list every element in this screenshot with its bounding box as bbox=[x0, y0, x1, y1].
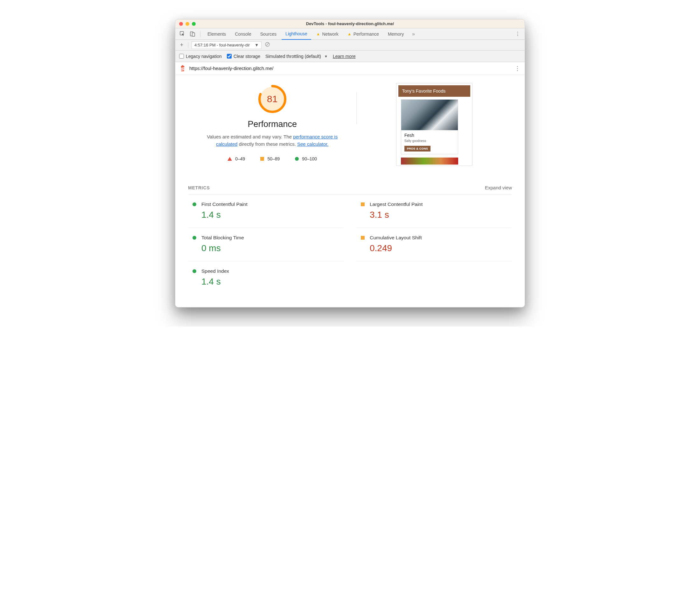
metrics-header: METRICS Expand view bbox=[188, 185, 512, 194]
calculator-link[interactable]: See calculator. bbox=[297, 141, 328, 147]
svg-line-4 bbox=[266, 43, 269, 46]
pass-icon bbox=[193, 236, 196, 240]
minimize-window-button[interactable] bbox=[186, 22, 189, 26]
legend-pass: 90–100 bbox=[295, 156, 317, 161]
report-url-row: https://foul-heavenly-direction.glitch.m… bbox=[175, 62, 525, 75]
legacy-nav-checkbox[interactable]: Legacy navigation bbox=[179, 54, 222, 59]
score-description: Values are estimated and may vary. The p… bbox=[202, 133, 342, 148]
metric-fcp[interactable]: First Contentful Paint 1.4 s bbox=[188, 194, 344, 228]
circle-icon bbox=[295, 157, 299, 161]
legend-average: 50–89 bbox=[260, 156, 280, 161]
metric-tbt[interactable]: Total Blocking Time 0 ms bbox=[188, 228, 344, 261]
clear-storage-checkbox[interactable]: Clear storage bbox=[227, 54, 260, 59]
metric-value: 3.1 s bbox=[370, 210, 512, 220]
preview-card-title: Fesh bbox=[404, 133, 455, 138]
pass-icon bbox=[193, 269, 196, 273]
lighthouse-icon bbox=[180, 65, 186, 72]
metrics-grid: First Contentful Paint 1.4 s Largest Con… bbox=[188, 194, 512, 295]
average-icon bbox=[361, 236, 365, 240]
category-title: Performance bbox=[247, 119, 297, 129]
settings-gear-icon[interactable] bbox=[503, 30, 512, 39]
page-screenshot-preview: Tony's Favorite Foods Fesh Salty goodnes… bbox=[396, 83, 473, 166]
devtools-tabbar: Elements Console Sources Lighthouse ▲Net… bbox=[175, 28, 525, 40]
warning-icon: ▲ bbox=[316, 31, 320, 36]
learn-more-link[interactable]: Learn more bbox=[333, 54, 356, 59]
clear-icon[interactable] bbox=[265, 42, 270, 48]
metric-value: 0 ms bbox=[201, 243, 344, 253]
preview-strip bbox=[401, 158, 458, 165]
report-selector[interactable]: 4:57:16 PM - foul-heavenly-dir ▼ bbox=[192, 41, 262, 49]
report-selector-label: 4:57:16 PM - foul-heavenly-dir bbox=[194, 43, 250, 47]
legend-fail: 0–49 bbox=[227, 156, 245, 161]
report-menu-icon[interactable]: ⋮ bbox=[514, 65, 520, 72]
close-window-button[interactable] bbox=[179, 22, 183, 26]
zoom-window-button[interactable] bbox=[192, 22, 196, 26]
average-icon bbox=[361, 203, 365, 206]
preview-card: Fesh Salty goodness PROS & CONS bbox=[401, 99, 458, 154]
lighthouse-options: Legacy navigation Clear storage Simulate… bbox=[175, 51, 525, 62]
throttling-select[interactable]: Simulated throttling (default) ▼ bbox=[265, 54, 328, 59]
more-tabs-icon[interactable]: » bbox=[409, 30, 418, 39]
score-hero: 81 Performance Values are estimated and … bbox=[188, 81, 512, 166]
lighthouse-toolbar: + 4:57:16 PM - foul-heavenly-dir ▼ bbox=[175, 40, 525, 51]
tab-performance[interactable]: ▲Performance bbox=[344, 28, 383, 40]
new-report-button[interactable]: + bbox=[178, 42, 185, 48]
square-icon bbox=[260, 157, 264, 161]
tab-console[interactable]: Console bbox=[231, 28, 255, 40]
metric-value: 1.4 s bbox=[201, 277, 344, 287]
preview-image bbox=[401, 100, 458, 130]
titlebar: DevTools - foul-heavenly-direction.glitc… bbox=[175, 19, 525, 28]
chevron-down-icon: ▼ bbox=[324, 54, 328, 58]
gauge-score: 81 bbox=[258, 84, 287, 114]
preview-card-button: PROS & CONS bbox=[404, 146, 431, 152]
chevron-down-icon: ▼ bbox=[255, 43, 259, 47]
performance-gauge: 81 bbox=[258, 84, 287, 114]
tab-elements[interactable]: Elements bbox=[203, 28, 230, 40]
report-body: 81 Performance Values are estimated and … bbox=[175, 75, 525, 307]
tab-network[interactable]: ▲Network bbox=[312, 28, 342, 40]
pass-icon bbox=[193, 203, 196, 206]
metric-cls[interactable]: Cumulative Layout Shift 0.249 bbox=[356, 228, 512, 261]
expand-view-toggle[interactable]: Expand view bbox=[485, 185, 512, 190]
metric-value: 1.4 s bbox=[201, 210, 344, 220]
device-toggle-icon[interactable] bbox=[188, 30, 197, 39]
inspect-element-icon[interactable] bbox=[178, 30, 187, 39]
metrics-title: METRICS bbox=[188, 185, 210, 190]
tab-memory[interactable]: Memory bbox=[384, 28, 408, 40]
kebab-menu-icon[interactable]: ⋮ bbox=[513, 30, 522, 39]
window-controls bbox=[179, 22, 196, 26]
svg-rect-2 bbox=[192, 33, 195, 36]
preview-card-subtitle: Salty goodness bbox=[404, 139, 455, 143]
preview-header: Tony's Favorite Foods bbox=[399, 85, 470, 97]
window-title: DevTools - foul-heavenly-direction.glitc… bbox=[175, 21, 525, 26]
triangle-icon bbox=[227, 157, 232, 161]
score-legend: 0–49 50–89 90–100 bbox=[227, 156, 317, 161]
metric-value: 0.249 bbox=[370, 243, 512, 253]
report-url: https://foul-heavenly-direction.glitch.m… bbox=[189, 66, 273, 71]
devtools-window: DevTools - foul-heavenly-direction.glitc… bbox=[175, 19, 525, 307]
warning-icon: ▲ bbox=[347, 31, 352, 36]
metric-si[interactable]: Speed Index 1.4 s bbox=[188, 261, 344, 295]
tab-lighthouse[interactable]: Lighthouse bbox=[282, 28, 311, 40]
metric-lcp[interactable]: Largest Contentful Paint 3.1 s bbox=[356, 194, 512, 228]
tab-sources[interactable]: Sources bbox=[257, 28, 280, 40]
